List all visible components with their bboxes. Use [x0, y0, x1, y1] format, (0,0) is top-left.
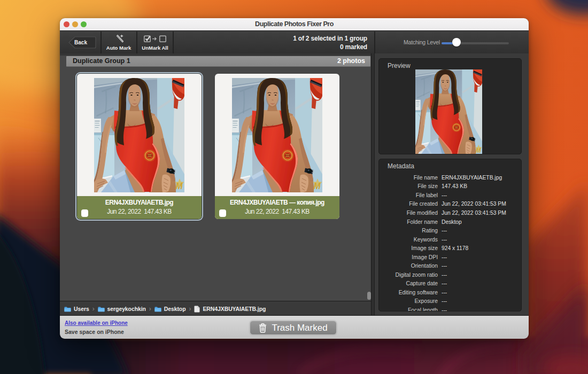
- svg-text:Back: Back: [74, 40, 87, 45]
